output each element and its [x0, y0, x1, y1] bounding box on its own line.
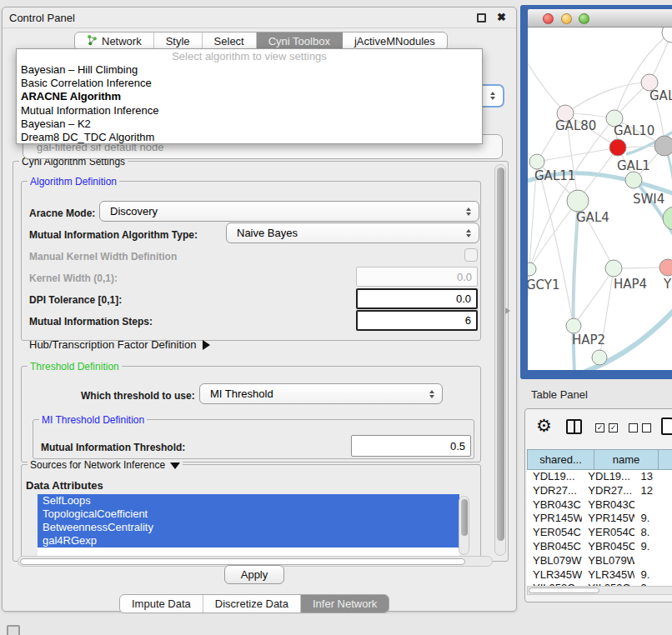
minimize-traffic-light-icon[interactable] [561, 13, 572, 24]
mi-threshold-field[interactable]: 0.5 [351, 435, 471, 457]
network-canvas[interactable]: GALGAL80GAL10GAL1GAL11SWI4GAL4GCY1HAP4YH… [528, 28, 672, 370]
control-panel-titlebar[interactable]: Control Panel ✖ [3, 8, 516, 28]
node-salmon[interactable] [659, 259, 672, 276]
table-row[interactable]: YDL19...YDL19...13 [527, 470, 672, 484]
hub-factor-expander[interactable]: Hub/Transcription Factor Definition [29, 338, 210, 351]
attribute-list-item[interactable]: BetweennessCentrality [38, 521, 459, 534]
table-row[interactable]: YBR045CYBR045C9. [527, 540, 672, 554]
mi-type-combo[interactable]: Naive Bayes [226, 222, 479, 243]
unchecked-checkbox-icon[interactable] [642, 423, 651, 432]
popup-placeholder: Select algorithm to view settings [17, 50, 482, 63]
tab-cyni-toolbox[interactable]: Cyni Toolbox [257, 32, 343, 50]
algorithm-popup-item[interactable]: ARACNE Algorithm [17, 90, 482, 103]
algorithm-popup-item[interactable]: Bayesian – K2 [17, 118, 482, 131]
hub-factor-label: Hub/Transcription Factor Definition [29, 338, 196, 351]
bottom-tab-infer-network[interactable]: Infer Network [301, 595, 389, 612]
which-threshold-combo[interactable]: MI Threshold [199, 383, 443, 404]
close-icon[interactable]: ✖ [497, 11, 506, 23]
bottom-tab-bar: Impute DataDiscretize DataInfer Network [119, 594, 389, 613]
bottom-tab-discretize-data[interactable]: Discretize Data [203, 595, 301, 612]
table-column-header[interactable]: A [659, 449, 672, 470]
node-big-green[interactable] [663, 207, 672, 230]
expander-expanded-icon [170, 462, 180, 469]
table-column-header[interactable]: shared... [527, 449, 594, 470]
table-horizontal-scrollbar[interactable] [527, 586, 672, 595]
node-gal4[interactable] [567, 190, 589, 212]
table-row[interactable]: YPR145WYPR145W9. [527, 512, 672, 526]
algorithm-popup-item[interactable]: Basic Correlation Inference [17, 77, 482, 90]
checked-checkbox-icon[interactable]: ✓ [595, 423, 604, 432]
node-hap2[interactable] [566, 318, 581, 333]
settings-vertical-scrollbar-thumb[interactable] [497, 168, 504, 541]
table-toolbar: ⚙ ✓ ✓ [525, 409, 672, 448]
table-row[interactable]: YER054CYER054C8. [527, 526, 672, 540]
settings-horizontal-scrollbar-thumb[interactable] [20, 558, 465, 565]
table-row[interactable]: YLR345WYLR345W9. [527, 568, 672, 582]
document-icon[interactable] [661, 418, 672, 435]
node-hap4[interactable] [605, 260, 622, 277]
dpi-tolerance-field[interactable]: 0.0 [356, 288, 478, 309]
attribute-list-scrollbar[interactable] [459, 496, 469, 555]
close-traffic-light-icon[interactable] [543, 13, 554, 24]
threshold-definition-title: Threshold Definition [28, 361, 122, 372]
apply-button[interactable]: Apply [224, 565, 284, 584]
zoom-traffic-light-icon[interactable] [579, 13, 589, 24]
network-node-label: GAL4 [576, 210, 609, 225]
checked-checkbox-icon[interactable]: ✓ [609, 423, 618, 432]
split-pane-collapse-icon[interactable] [505, 308, 510, 314]
table-horizontal-scrollbar-thumb[interactable] [529, 588, 599, 593]
node-top-right[interactable] [662, 28, 672, 42]
gear-icon[interactable]: ⚙ [536, 417, 552, 434]
mi-steps-field[interactable]: 6 [356, 310, 478, 331]
network-node-label: GAL [649, 88, 672, 103]
table-cell: 8. [634, 526, 672, 540]
unchecked-checkbox-icon[interactable] [629, 423, 638, 432]
table-body: YDL19...YDL19...13YDR27...YDR27...12YBR0… [527, 470, 672, 586]
table-cell: 9. [634, 540, 672, 554]
network-node-label: GCY1 [528, 278, 560, 292]
table-column-header[interactable]: name [594, 449, 659, 470]
sources-group-title[interactable]: Sources for Network Inference [28, 459, 183, 471]
aracne-mode-combo[interactable]: Discovery [99, 201, 479, 222]
tab-style[interactable]: Style [154, 32, 203, 50]
table-cell [634, 554, 672, 568]
split-columns-icon[interactable] [566, 419, 582, 434]
attribute-list-item[interactable]: gal4RGexp [38, 534, 459, 548]
manual-kernel-checkbox[interactable] [464, 248, 478, 262]
network-window-titlebar[interactable] [528, 9, 672, 28]
node-gcy1[interactable] [528, 262, 536, 276]
network-graph: GALGAL80GAL10GAL1GAL11SWI4GAL4GCY1HAP4YH… [528, 28, 672, 370]
attribute-list-scrollbar-thumb[interactable] [461, 499, 468, 536]
combo-arrows-icon [429, 390, 434, 398]
table-row[interactable]: YDR27...YDR27...12 [527, 484, 672, 498]
network-node-label: HAP2 [572, 332, 605, 348]
node-bottom[interactable] [592, 350, 607, 365]
float-window-icon[interactable] [477, 13, 486, 22]
bottom-tab-impute-data[interactable]: Impute Data [120, 595, 203, 612]
tab-network[interactable]: Network [75, 32, 154, 50]
tab-label: Select [214, 35, 244, 48]
attribute-list-item[interactable]: TopologicalCoefficient [38, 508, 459, 521]
bottom-left-panel-icon[interactable] [7, 625, 20, 635]
node-gal1[interactable] [609, 139, 626, 156]
table-row[interactable]: YBL079WYBL079W [527, 554, 672, 568]
table-cell: 9. [634, 568, 672, 582]
node-gal11[interactable] [529, 154, 544, 169]
node-gray[interactable] [654, 136, 672, 156]
algorithm-popup-item[interactable]: Dream8 DC_TDC Algorithm [17, 131, 482, 144]
tab-jactivemnodules[interactable]: jActiveMNodules [343, 32, 447, 50]
algorithm-popup-item[interactable]: Bayesian – Hill Climbing [17, 63, 482, 77]
table-cell: YLR345W [527, 568, 582, 582]
network-edge [537, 162, 574, 326]
control-panel-title: Control Panel [9, 12, 75, 24]
data-attributes-list[interactable]: SelfLoopsTopologicalCoefficientBetweenne… [38, 494, 459, 557]
kernel-width-field[interactable]: 0.0 [356, 267, 478, 287]
table-row[interactable]: YBR043CYBR043C [527, 498, 672, 512]
network-node-label: SWI4 [633, 192, 664, 207]
tab-select[interactable]: Select [203, 32, 257, 50]
attribute-list-item[interactable]: SelfLoops [38, 494, 459, 508]
node-swi4[interactable] [625, 172, 642, 188]
algorithm-popup-item[interactable]: Mutual Information Inference [17, 104, 482, 118]
network-node-label: GAL1 [617, 158, 650, 173]
settings-vertical-scrollbar[interactable] [494, 164, 506, 556]
